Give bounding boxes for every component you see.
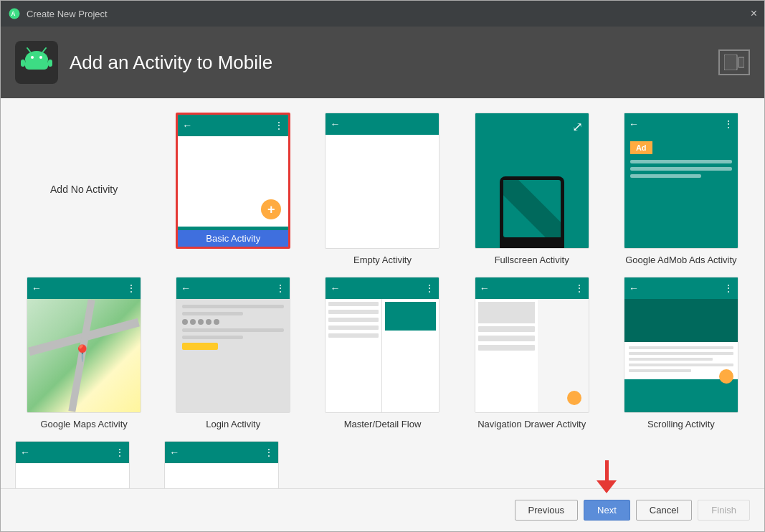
admob-more-icon: ⋮ xyxy=(723,118,733,130)
master-list-item-5 xyxy=(328,333,379,338)
empty-activity-cell[interactable]: ← Empty Activity xyxy=(313,113,451,265)
master-detail-cell[interactable]: ← ⋮ xyxy=(313,277,451,429)
nav-drawer-item-1 xyxy=(478,326,535,332)
scroll-fab xyxy=(719,369,733,384)
scroll-line-4 xyxy=(629,364,733,366)
master-more-icon: ⋮ xyxy=(424,282,434,294)
arrow-stem xyxy=(605,460,609,480)
login-stars xyxy=(182,319,284,325)
nav-back-icon: ← xyxy=(480,282,490,294)
login-line-4 xyxy=(182,336,243,339)
previous-button[interactable]: Previous xyxy=(515,500,579,521)
cancel-button[interactable]: Cancel xyxy=(636,500,692,521)
fullscreen-activity-cell[interactable]: ⤢ Fullscreen Activity xyxy=(463,113,601,265)
content-area: Add No Activity ← ⋮ + ● ● ● xyxy=(1,98,764,488)
layout-icon xyxy=(718,49,750,75)
svg-text:A: A xyxy=(11,11,16,17)
basic-activity-label: Basic Activity xyxy=(178,230,288,247)
fullscreen-device-screen xyxy=(503,180,561,237)
maps-toolbar: ← ⋮ xyxy=(27,277,141,299)
empty-activity-thumb: ← xyxy=(325,113,439,249)
admob-screen: ← ⋮ Ad xyxy=(624,113,738,248)
next-button[interactable]: Next xyxy=(584,500,630,521)
back-arrow-icon: ← xyxy=(182,120,192,131)
admob-line-3 xyxy=(630,174,701,178)
scroll-line-2 xyxy=(629,352,733,355)
admob-back-icon: ← xyxy=(629,118,639,130)
maps-body: 📍 xyxy=(27,299,141,412)
admob-activity-cell[interactable]: ← ⋮ Ad Google AdMob Ads Activity xyxy=(612,113,750,265)
fullscreen-screen: ⤢ xyxy=(475,113,589,248)
master-list-item-4 xyxy=(328,326,379,330)
finish-button: Finish xyxy=(698,500,750,521)
star-5 xyxy=(214,319,219,325)
empty-body xyxy=(326,135,439,248)
footer: Previous Next Cancel Finish xyxy=(1,488,764,531)
login-more-icon: ⋮ xyxy=(275,282,285,294)
close-button[interactable]: × xyxy=(751,8,757,19)
nav-drawer-label: Navigation Drawer Activity xyxy=(477,419,586,429)
basic-activity-cell[interactable]: ← ⋮ + ● ● ● Basic Activity xyxy=(164,113,302,265)
master-detail-label: Master/Detail Flow xyxy=(344,419,422,429)
svg-point-4 xyxy=(31,56,34,59)
admob-toolbar: ← ⋮ xyxy=(624,113,738,135)
login-line-2 xyxy=(182,312,243,315)
nav-drawer-item-3 xyxy=(478,345,535,351)
activity-grid: Add No Activity ← ⋮ + ● ● ● xyxy=(15,113,750,429)
master-body xyxy=(326,299,439,412)
svg-rect-9 xyxy=(21,60,25,67)
header-left: Add an Activity to Mobile xyxy=(15,41,272,84)
scroll-more-icon: ⋮ xyxy=(723,282,733,294)
title-bar: A Create New Project × xyxy=(1,1,764,27)
no-activity-cell[interactable]: Add No Activity xyxy=(15,113,153,265)
login-activity-thumb: ← ⋮ xyxy=(176,277,290,413)
maps-back-icon: ← xyxy=(32,282,42,294)
nav-drawer-header xyxy=(478,302,535,323)
nav-drawer-cell[interactable]: ← ⋮ xyxy=(463,277,601,429)
scroll-header-image xyxy=(624,299,738,342)
svg-point-5 xyxy=(39,56,42,59)
diagonal-line-svg xyxy=(503,180,561,237)
master-detail-panel xyxy=(382,299,439,412)
main-window: A Create New Project × Add an Activity t… xyxy=(0,0,765,532)
fullscreen-activity-thumb: ⤢ xyxy=(475,113,589,249)
scroll-screen: ← ⋮ xyxy=(624,277,738,412)
nav-drawer-item-2 xyxy=(478,336,535,341)
fullscreen-activity-label: Fullscreen Activity xyxy=(495,255,569,265)
login-activity-label: Login Activity xyxy=(206,419,260,429)
master-list-item-3 xyxy=(328,318,379,322)
title-bar-left: A Create New Project xyxy=(8,7,108,20)
nav-screen: ← ⋮ xyxy=(475,277,589,412)
login-line-1 xyxy=(182,305,284,308)
login-screen: ← ⋮ xyxy=(176,277,290,412)
maps-activity-cell[interactable]: ← ⋮ 📍 Google Maps Activity xyxy=(15,277,153,429)
login-activity-cell[interactable]: ← ⋮ xyxy=(164,277,302,429)
basic-phone-screen: ← ⋮ + ● ● ● xyxy=(178,115,288,247)
partial-back-1: ← xyxy=(20,447,30,458)
scroll-back-icon: ← xyxy=(629,282,639,294)
scrolling-activity-cell[interactable]: ← ⋮ Scrolling Acti xyxy=(612,277,750,429)
scrolling-activity-thumb: ← ⋮ xyxy=(624,277,738,413)
svg-rect-8 xyxy=(25,60,48,70)
partial-toolbar-2: ← ⋮ xyxy=(165,442,278,463)
svg-line-15 xyxy=(503,180,561,237)
footer-actions: Previous Next Cancel Finish xyxy=(515,500,750,521)
arrow-head xyxy=(597,480,617,493)
partial-thumb-1: ← ⋮ xyxy=(15,441,130,488)
partial-more-2: ⋮ xyxy=(264,447,274,458)
login-back-icon: ← xyxy=(181,282,191,294)
star-1 xyxy=(182,319,188,325)
partial-cell-2[interactable]: ← ⋮ xyxy=(164,441,302,488)
login-body xyxy=(176,299,290,356)
master-screen: ← ⋮ xyxy=(326,277,439,412)
master-detail-thumb: ← ⋮ xyxy=(325,277,439,413)
partial-cell-1[interactable]: ← ⋮ xyxy=(15,441,153,488)
ad-badge: Ad xyxy=(630,141,652,154)
empty-toolbar: ← xyxy=(326,113,439,135)
partial-thumb-2: ← ⋮ xyxy=(164,441,279,488)
button-row: Previous Next Cancel Finish xyxy=(515,500,750,521)
svg-rect-12 xyxy=(725,55,736,70)
basic-toolbar: ← ⋮ xyxy=(178,115,288,136)
down-arrow-indicator xyxy=(597,460,617,493)
nav-drawer-thumb: ← ⋮ xyxy=(475,277,589,413)
